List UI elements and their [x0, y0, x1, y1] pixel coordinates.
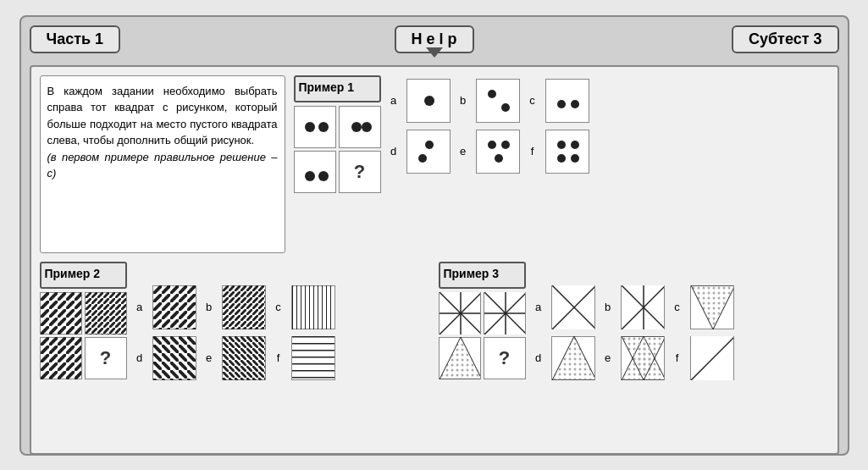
e2-answer-f — [291, 336, 335, 380]
e2-d-svg — [153, 336, 196, 380]
e2-e-svg — [223, 336, 265, 380]
svg-point-11 — [425, 141, 434, 149]
svg-point-5 — [318, 171, 329, 181]
svg-point-12 — [418, 154, 427, 163]
e2-question: ? — [100, 347, 111, 369]
e3-c-svg — [691, 285, 733, 329]
e1-answer-c — [545, 79, 589, 123]
e1-c-svg — [546, 79, 589, 123]
svg-point-0 — [305, 122, 315, 132]
e3-answer-e — [621, 336, 665, 380]
example3-label: Пример 3 — [444, 267, 521, 280]
e2-label-c: c — [273, 301, 285, 313]
header-arrow — [426, 47, 443, 58]
e2-a-svg — [153, 285, 196, 329]
example1-answers: a b c — [388, 79, 589, 253]
example3-grid-wrap: ? — [439, 292, 526, 379]
e2-label-a: a — [134, 301, 146, 313]
example1-box: Пример 1 — [294, 75, 381, 253]
svg-rect-31 — [292, 285, 334, 329]
e1-answer-row1: a b c — [388, 79, 589, 123]
e2-answer-b — [222, 285, 266, 329]
e2-answer-a — [152, 285, 196, 329]
e2-answer-row2: d e — [134, 336, 335, 380]
e3-label-b: b — [602, 301, 614, 313]
e2-label-d: d — [134, 351, 146, 364]
e2-cell1-svg — [41, 292, 81, 335]
e2-label-f: f — [273, 351, 285, 364]
e2-answer-row1: a b — [134, 285, 335, 329]
svg-point-18 — [557, 154, 566, 163]
e3-answer-row1: a b — [533, 285, 734, 329]
example3-answers: a b — [533, 285, 734, 423]
e1-cell-2 — [339, 106, 381, 148]
e1-cell2-svg — [340, 106, 380, 148]
e2-answer-e — [222, 336, 266, 380]
e2-cell-4: ? — [85, 337, 127, 379]
example2-area: Пример 2 — [40, 262, 430, 423]
example3-box: Пример 3 — [439, 262, 526, 423]
e3-cell-4: ? — [484, 337, 526, 379]
e2-f-svg — [292, 336, 334, 380]
e1-answer-b — [476, 79, 520, 123]
svg-point-8 — [501, 103, 510, 112]
e1-label-b: b — [457, 94, 469, 107]
e1-question: ? — [354, 161, 365, 183]
svg-point-16 — [557, 141, 566, 149]
e2-cell-3 — [40, 337, 82, 379]
part-label: Часть 1 — [30, 25, 121, 53]
e3-answer-f — [690, 336, 734, 380]
e1-label-d: d — [388, 145, 400, 158]
example2-label: Пример 2 — [45, 267, 122, 280]
e3-answer-d — [551, 336, 595, 380]
svg-point-7 — [488, 90, 496, 98]
e2-answer-c — [291, 285, 335, 329]
subtest-label: Субтест 3 — [732, 25, 839, 53]
svg-point-2 — [351, 122, 362, 132]
top-section: В каждом задании необходимо выбрать спра… — [40, 75, 829, 253]
instructions-box: В каждом задании необходимо выбрать спра… — [40, 75, 285, 253]
svg-marker-60 — [552, 336, 594, 380]
example1-grid: ? — [294, 106, 381, 193]
bottom-section: Пример 2 — [40, 262, 829, 423]
e1-answer-d — [406, 130, 451, 174]
e3-answer-b — [621, 285, 665, 329]
svg-point-17 — [571, 141, 579, 149]
svg-rect-25 — [41, 337, 81, 379]
svg-point-6 — [424, 96, 434, 106]
e3-cell2-svg — [484, 292, 525, 335]
svg-rect-33 — [153, 336, 196, 380]
e3-question: ? — [499, 347, 510, 369]
e1-d-svg — [407, 130, 450, 174]
e1-f-svg — [546, 130, 589, 174]
e3-b-svg — [622, 285, 664, 329]
svg-point-19 — [571, 154, 579, 163]
e1-label-c: c — [527, 94, 539, 107]
main-content: В каждом задании необходимо выбрать спра… — [30, 65, 839, 455]
svg-rect-35 — [223, 336, 265, 380]
svg-rect-27 — [153, 285, 196, 329]
e1-cell1-svg — [295, 106, 335, 148]
example2-grid-wrap: ? — [40, 292, 127, 379]
e3-cell-3 — [439, 337, 481, 379]
e3-answer-a — [551, 285, 595, 329]
e2-label-b: b — [203, 301, 215, 313]
e1-answer-row2: d e — [388, 130, 589, 174]
e2-c-svg — [292, 285, 334, 329]
e3-a-svg — [552, 285, 594, 329]
e1-label-f: f — [527, 145, 539, 158]
e2-b-svg — [223, 285, 265, 329]
svg-rect-29 — [223, 285, 265, 329]
e1-b-svg — [477, 79, 519, 123]
e1-answer-e — [476, 130, 520, 174]
e1-cell-3 — [294, 151, 336, 193]
svg-point-15 — [495, 154, 503, 163]
e1-cell3-svg — [295, 151, 335, 193]
e1-answer-a — [406, 79, 451, 123]
example1-label-box: Пример 1 — [294, 75, 381, 102]
e2-cell-1 — [40, 292, 82, 335]
svg-point-4 — [305, 171, 315, 181]
e1-e-svg — [477, 130, 519, 174]
e2-label-e: e — [203, 351, 215, 364]
svg-point-9 — [557, 100, 566, 108]
